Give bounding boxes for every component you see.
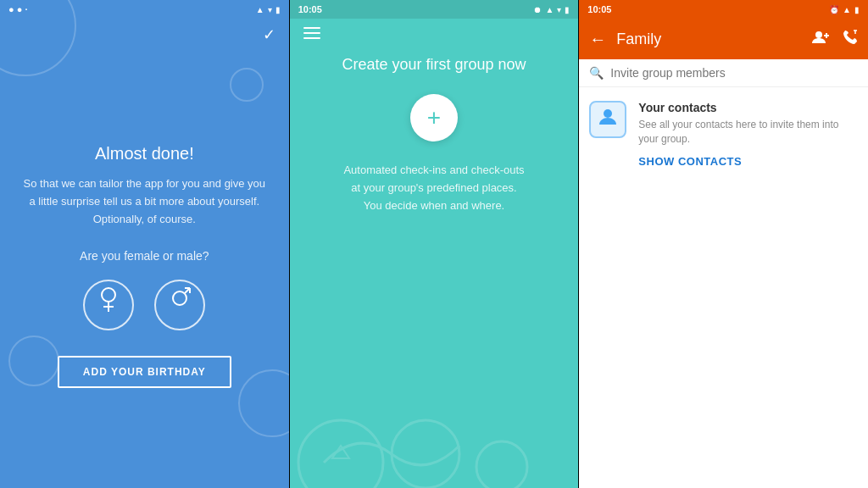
battery-icon-2: ▮ <box>565 5 570 14</box>
add-birthday-button[interactable]: ADD YOUR BIRTHDAY <box>58 356 231 388</box>
create-group-button[interactable]: + <box>410 94 458 141</box>
checkmark-area: ✓ <box>0 19 289 44</box>
signal-icon-2: ▲ <box>545 5 554 14</box>
toolbar-title: Family <box>616 30 802 48</box>
search-input[interactable] <box>610 66 858 80</box>
search-icon: 🔍 <box>589 66 604 80</box>
contacts-info: Your contacts See all your contacts here… <box>638 101 858 169</box>
hamburger-line-1 <box>303 27 320 29</box>
svg-point-15 <box>604 109 612 118</box>
female-icon <box>97 286 120 323</box>
contacts-row: Your contacts See all your contacts here… <box>589 101 858 169</box>
status-bar-2: 10:05 ⏺ ▲ ▾ ▮ <box>290 0 579 19</box>
status-time-3: 10:05 <box>587 4 611 14</box>
status-bar-1: ● ● · ▲ ▾ ▮ <box>0 0 289 19</box>
svg-point-10 <box>815 31 822 38</box>
back-button[interactable]: ← <box>589 30 606 49</box>
hamburger-menu-button[interactable] <box>303 27 565 39</box>
add-person-icon[interactable] <box>812 30 829 48</box>
hamburger-area <box>290 19 579 47</box>
gender-question-label: Are you female or male? <box>80 249 209 263</box>
svg-point-3 <box>173 291 186 305</box>
status-icons-2: ⏺ ▲ ▾ ▮ <box>533 5 570 14</box>
alarm-icon: ⏰ <box>829 5 839 14</box>
status-time-2: 10:05 <box>298 4 322 14</box>
contacts-avatar <box>589 101 626 138</box>
contacts-title: Your contacts <box>638 101 858 114</box>
signal-icon: ▲ <box>256 5 264 14</box>
panel-create-group: 10:05 ⏺ ▲ ▾ ▮ Create your first group no… <box>290 0 579 488</box>
contacts-section: Your contacts See all your contacts here… <box>579 87 868 182</box>
battery-icon-3: ▮ <box>854 5 860 14</box>
wifi-icon-3: ▲ <box>843 5 851 14</box>
almost-done-heading: Almost done! <box>95 144 194 164</box>
status-icons-3: ⏰ ▲ ▮ <box>829 5 860 14</box>
onboarding-description: So that we can tailor the app for you an… <box>20 175 269 228</box>
plus-icon: + <box>427 106 441 130</box>
panel-family: 10:05 ⏰ ▲ ▮ ← Family <box>579 0 868 488</box>
call-icon[interactable] <box>843 30 858 48</box>
male-icon <box>168 286 192 323</box>
create-group-content: Create your first group now + Automated … <box>290 47 579 488</box>
svg-point-0 <box>102 288 115 302</box>
search-bar: 🔍 <box>579 59 868 87</box>
status-bar-3: 10:05 ⏰ ▲ ▮ <box>579 0 868 19</box>
status-icons-1: ▲ ▾ ▮ <box>256 5 281 14</box>
family-toolbar: ← Family <box>579 19 868 59</box>
record-icon: ⏺ <box>533 5 542 14</box>
show-contacts-button[interactable]: SHOW CONTACTS <box>638 155 742 168</box>
contacts-description: See all your contacts here to invite the… <box>638 118 858 147</box>
battery-icon: ▮ <box>275 5 281 14</box>
contact-avatar-icon <box>597 106 619 133</box>
onboarding-content: Almost done! So that we can tailor the a… <box>0 44 289 488</box>
gender-options <box>83 280 205 330</box>
status-time-1: ● ● · <box>8 4 27 14</box>
wifi-icon: ▾ <box>268 5 272 14</box>
create-group-title: Create your first group now <box>342 56 526 74</box>
panel-onboarding: ● ● · ▲ ▾ ▮ ✓ Almost done! So that we ca… <box>0 0 289 488</box>
wifi-icon-2: ▾ <box>557 5 561 14</box>
female-gender-button[interactable] <box>83 280 134 330</box>
check-icon: ✓ <box>263 25 275 44</box>
toolbar-actions <box>812 30 858 48</box>
hamburger-line-2 <box>303 32 320 34</box>
male-gender-button[interactable] <box>154 280 205 330</box>
hamburger-line-3 <box>303 37 320 39</box>
group-description-text: Automated check-ins and check-outs at yo… <box>341 162 527 214</box>
